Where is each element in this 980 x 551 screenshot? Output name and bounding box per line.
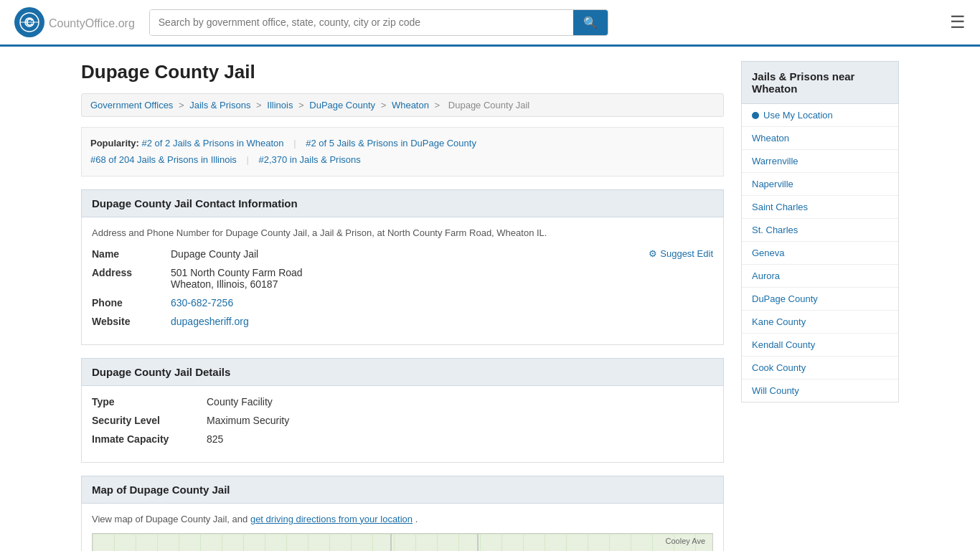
capacity-value: 825 bbox=[207, 433, 223, 445]
search-bar: 🔍 bbox=[149, 9, 608, 36]
sidebar-link-naperville[interactable]: Naperville bbox=[752, 179, 793, 189]
hamburger-menu-button[interactable]: ☰ bbox=[950, 12, 966, 32]
contact-phone-row: Phone 630-682-7256 bbox=[92, 297, 713, 309]
sidebar-link-wheaton[interactable]: Wheaton bbox=[752, 133, 789, 143]
details-type-row: Type County Facility bbox=[92, 396, 713, 408]
address-label: Address bbox=[92, 267, 171, 278]
logo[interactable]: C CountyOffice.org bbox=[14, 7, 135, 37]
sidebar-item-cook-county[interactable]: Cook County bbox=[742, 357, 898, 380]
sidebar-link-dupage-county[interactable]: DuPage County bbox=[752, 293, 818, 304]
address-line-2: Wheaton, Illinois, 60187 bbox=[171, 278, 713, 290]
details-security-row: Security Level Maximum Security bbox=[92, 415, 713, 426]
use-my-location-link[interactable]: Use My Location bbox=[763, 110, 833, 121]
details-section-header: Dupage County Jail Details bbox=[81, 358, 724, 386]
breadcrumb-sep: > bbox=[381, 100, 387, 110]
map-background bbox=[93, 534, 712, 551]
popularity-bar: Popularity: #2 of 2 Jails & Prisons in W… bbox=[81, 127, 724, 176]
sidebar-link-kendall-county[interactable]: Kendall County bbox=[752, 339, 815, 350]
details-capacity-row: Inmate Capacity 825 bbox=[92, 433, 713, 445]
sidebar-link-geneva[interactable]: Geneva bbox=[752, 248, 785, 258]
type-label: Type bbox=[92, 396, 207, 408]
address-value: 501 North County Farm Road Wheaton, Illi… bbox=[171, 267, 713, 290]
breadcrumb-item-dupage[interactable]: DuPage County bbox=[309, 100, 375, 110]
sidebar-header: Jails & Prisons near Wheaton bbox=[741, 61, 899, 104]
sidebar: Jails & Prisons near Wheaton Use My Loca… bbox=[741, 61, 899, 551]
sidebar-item-dupage-county[interactable]: DuPage County bbox=[742, 288, 898, 311]
contact-section: Address and Phone Number for Dupage Coun… bbox=[81, 217, 724, 345]
details-section: Type County Facility Security Level Maxi… bbox=[81, 386, 724, 463]
sidebar-item-geneva[interactable]: Geneva bbox=[742, 242, 898, 265]
capacity-label: Inmate Capacity bbox=[92, 433, 207, 445]
breadcrumb-item-wheaton[interactable]: Wheaton bbox=[392, 100, 429, 110]
address-line-1: 501 North County Farm Road bbox=[171, 267, 713, 278]
sidebar-use-my-location[interactable]: Use My Location bbox=[742, 104, 898, 127]
sidebar-item-kane-county[interactable]: Kane County bbox=[742, 311, 898, 334]
sidebar-list: Use My Location Wheaton Warrenville Nape… bbox=[741, 104, 899, 402]
sidebar-header-text: Jails & Prisons near Wheaton bbox=[752, 70, 854, 95]
suggest-edit-button[interactable]: ⚙ Suggest Edit bbox=[649, 248, 713, 259]
map-desc-after: . bbox=[415, 514, 418, 524]
map-road-vertical bbox=[390, 534, 392, 551]
contact-name-row: Name Dupage County Jail ⚙ Suggest Edit bbox=[92, 248, 713, 260]
sidebar-link-warrenville[interactable]: Warrenville bbox=[752, 156, 798, 166]
pop-sep-1: | bbox=[293, 138, 296, 149]
security-value: Maximum Security bbox=[207, 415, 289, 426]
sidebar-item-warrenville[interactable]: Warrenville bbox=[742, 150, 898, 173]
search-button[interactable]: 🔍 bbox=[573, 10, 608, 35]
breadcrumb-sep: > bbox=[179, 100, 184, 110]
type-value: County Facility bbox=[207, 396, 273, 408]
sidebar-item-saint-charles[interactable]: Saint Charles bbox=[742, 196, 898, 219]
menu-icon: ☰ bbox=[950, 12, 966, 32]
sidebar-link-aurora[interactable]: Aurora bbox=[752, 270, 780, 281]
map-road-vertical-2 bbox=[477, 534, 479, 551]
name-value: Dupage County Jail bbox=[171, 248, 649, 260]
content-area: Dupage County Jail Government Offices > … bbox=[81, 61, 724, 551]
phone-link[interactable]: 630-682-7256 bbox=[171, 297, 233, 309]
breadcrumb: Government Offices > Jails & Prisons > I… bbox=[81, 93, 724, 117]
sidebar-item-st-charles[interactable]: St. Charles bbox=[742, 219, 898, 242]
map-preview[interactable]: Cooley Ave DuPage County Jail bbox=[92, 533, 713, 551]
sidebar-link-will-county[interactable]: Will County bbox=[752, 385, 799, 396]
pop-sep-2: | bbox=[246, 154, 248, 165]
name-label: Name bbox=[92, 248, 171, 260]
popularity-label: Popularity: bbox=[90, 138, 139, 149]
sidebar-link-saint-charles[interactable]: Saint Charles bbox=[752, 202, 808, 212]
sidebar-link-kane-county[interactable]: Kane County bbox=[752, 316, 806, 327]
contact-description: Address and Phone Number for Dupage Coun… bbox=[92, 227, 713, 238]
contact-section-header: Dupage County Jail Contact Information bbox=[81, 189, 724, 217]
popularity-item-2[interactable]: #2 of 5 Jails & Prisons in DuPage County bbox=[306, 138, 476, 149]
breadcrumb-item-illinois[interactable]: Illinois bbox=[267, 100, 293, 110]
website-value: dupagesheriff.org bbox=[171, 316, 713, 327]
security-label: Security Level bbox=[92, 415, 207, 426]
page-title: Dupage County Jail bbox=[81, 61, 724, 83]
map-desc-before: View map of Dupage County Jail, and bbox=[92, 514, 248, 524]
search-input[interactable] bbox=[150, 10, 573, 35]
sidebar-item-naperville[interactable]: Naperville bbox=[742, 173, 898, 196]
breadcrumb-sep: > bbox=[435, 100, 440, 110]
sidebar-item-kendall-county[interactable]: Kendall County bbox=[742, 334, 898, 357]
breadcrumb-item-jails[interactable]: Jails & Prisons bbox=[189, 100, 250, 110]
website-link[interactable]: dupagesheriff.org bbox=[171, 316, 249, 327]
breadcrumb-item-current: Dupage County Jail bbox=[448, 100, 529, 110]
map-section: View map of Dupage County Jail, and get … bbox=[81, 504, 724, 551]
sidebar-item-wheaton[interactable]: Wheaton bbox=[742, 127, 898, 150]
map-description: View map of Dupage County Jail, and get … bbox=[92, 514, 713, 524]
suggest-edit-label: Suggest Edit bbox=[660, 248, 713, 259]
breadcrumb-sep: > bbox=[256, 100, 262, 110]
sidebar-link-st-charles[interactable]: St. Charles bbox=[752, 225, 798, 235]
search-icon: 🔍 bbox=[583, 17, 598, 29]
sidebar-item-will-county[interactable]: Will County bbox=[742, 380, 898, 402]
sidebar-link-cook-county[interactable]: Cook County bbox=[752, 362, 806, 373]
logo-icon: C bbox=[14, 7, 44, 37]
popularity-item-3[interactable]: #68 of 204 Jails & Prisons in Illinois bbox=[90, 154, 237, 165]
logo-text: CountyOffice.org bbox=[49, 14, 135, 31]
sidebar-item-aurora[interactable]: Aurora bbox=[742, 265, 898, 288]
popularity-item-4[interactable]: #2,370 in Jails & Prisons bbox=[258, 154, 360, 165]
popularity-item-1[interactable]: #2 of 2 Jails & Prisons in Wheaton bbox=[142, 138, 284, 149]
contact-address-row: Address 501 North County Farm Road Wheat… bbox=[92, 267, 713, 290]
contact-website-row: Website dupagesheriff.org bbox=[92, 316, 713, 327]
map-directions-link[interactable]: get driving directions from your locatio… bbox=[250, 514, 413, 524]
phone-label: Phone bbox=[92, 297, 171, 309]
location-dot-icon bbox=[752, 112, 759, 119]
breadcrumb-item-govt[interactable]: Government Offices bbox=[90, 100, 173, 110]
